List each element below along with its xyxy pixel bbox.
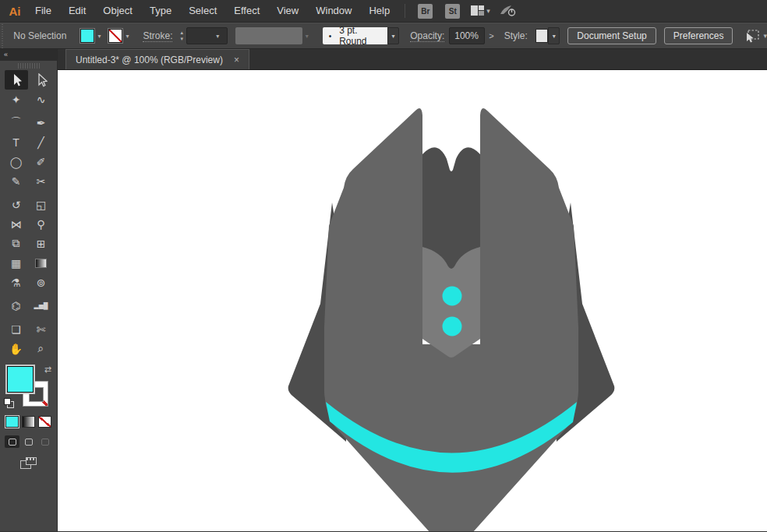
curvature-tool[interactable]: ⌒ — [5, 113, 28, 132]
arrow-glyph — [35, 73, 48, 87]
lasso-tool[interactable]: ∿ — [30, 90, 53, 109]
tools-panel: « ✦∿⌒✒T╱◯✐✎✂↺◱⋈⚲⧉⊞▦⚗⊚⌬▂▅█❏✄✋⌕ ⇄ — [0, 49, 58, 531]
menu-window[interactable]: Window — [307, 0, 360, 22]
swap-fill-stroke-icon[interactable]: ⇄ — [44, 365, 51, 375]
slice-tool[interactable]: ✄ — [30, 319, 53, 339]
eyedropper-tool[interactable]: ⚗ — [5, 273, 28, 292]
gpu-performance-icon — [500, 5, 517, 17]
pen-tool[interactable]: ✒ — [30, 113, 53, 132]
scissors-tool[interactable]: ✂ — [30, 171, 53, 191]
style-swatch[interactable] — [535, 29, 548, 43]
default-fill-stroke-icon[interactable] — [4, 398, 14, 408]
fill-chevron-icon[interactable]: ▾ — [94, 33, 104, 40]
color-mode-buttons — [0, 416, 57, 428]
fill-color-swatch[interactable] — [80, 29, 94, 43]
line-segment-tool[interactable]: ╱ — [30, 132, 53, 152]
direct-selection-tool[interactable] — [30, 70, 53, 90]
rotate-tool[interactable]: ↺ — [5, 195, 28, 214]
illustrator-logo: Ai — [3, 5, 27, 18]
artboard-tool[interactable]: ❏ — [5, 319, 28, 339]
menu-select[interactable]: Select — [180, 0, 225, 22]
artboard-canvas[interactable] — [58, 70, 767, 531]
menu-file[interactable]: File — [27, 0, 60, 22]
width-tool[interactable]: ⋈ — [5, 214, 28, 234]
draw-behind-button[interactable] — [21, 435, 36, 448]
fill-indicator[interactable] — [7, 366, 34, 393]
pencil-tool[interactable]: ✎ — [5, 171, 28, 191]
brush-chevron-button[interactable]: ▾ — [387, 27, 399, 44]
document-tab[interactable]: Untitled-3* @ 100% (RGB/Preview) × — [65, 49, 249, 69]
scale-tool[interactable]: ◱ — [30, 195, 53, 214]
menu-object[interactable]: Object — [94, 0, 141, 22]
menu-effect[interactable]: Effect — [225, 0, 268, 22]
mouse-illustration — [58, 70, 766, 531]
menu-items: FileEditObjectTypeSelectEffectViewWindow… — [27, 0, 398, 22]
opacity-label[interactable]: Opacity: — [410, 30, 444, 42]
menu-view[interactable]: View — [268, 0, 307, 22]
hand-tool[interactable]: ✋ — [5, 339, 28, 358]
tools-grid: ✦∿⌒✒T╱◯✐✎✂↺◱⋈⚲⧉⊞▦⚗⊚⌬▂▅█❏✄✋⌕ — [0, 70, 57, 358]
brush-dot-icon: • — [329, 32, 332, 41]
gradient-fill-button[interactable] — [22, 416, 35, 428]
gpu-performance-button[interactable] — [500, 5, 517, 17]
magic-wand-tool[interactable]: ✦ — [5, 90, 28, 109]
bridge-button[interactable]: Br — [418, 4, 433, 19]
style-chevron-button[interactable]: ▾ — [548, 27, 560, 44]
mesh-tool[interactable]: ▦ — [5, 253, 28, 273]
chevron-down-icon: ▾ — [763, 32, 767, 40]
brush-definition-dropdown[interactable]: • 3 pt. Round — [323, 27, 387, 44]
drawing-mode-buttons — [0, 435, 57, 448]
width-profile-chevron-icon: ▾ — [302, 33, 312, 40]
none-fill-button[interactable] — [38, 416, 51, 428]
selection-status: No Selection — [13, 30, 66, 41]
stroke-weight-field[interactable]: ▾ — [186, 27, 228, 44]
menu-edit[interactable]: Edit — [60, 0, 94, 22]
zoom-tool[interactable]: ⌕ — [30, 339, 53, 358]
stroke-weight-chevron-icon: ▾ — [213, 33, 222, 40]
brush-definition-value: 3 pt. Round — [339, 25, 381, 47]
opacity-field[interactable]: 100% — [449, 27, 485, 44]
select-similar-button[interactable]: ▾ — [744, 30, 767, 43]
tab-close-icon[interactable]: × — [234, 55, 239, 65]
opacity-arrow-icon[interactable]: > — [485, 31, 497, 41]
tools-panel-collapse[interactable]: « — [0, 49, 57, 61]
blend-tool[interactable]: ⊚ — [30, 273, 53, 292]
document-setup-button[interactable]: Document Setup — [567, 27, 656, 44]
stock-button[interactable]: St — [445, 4, 460, 19]
stroke-label[interactable]: Stroke: — [143, 30, 172, 42]
stroke-chevron-icon[interactable]: ▾ — [122, 33, 132, 40]
puppet-warp-tool[interactable]: ⚲ — [30, 214, 53, 234]
draw-normal-button[interactable] — [5, 435, 19, 448]
gradient-tool[interactable] — [30, 253, 53, 273]
document-tab-strip: Untitled-3* @ 100% (RGB/Preview) × — [58, 49, 767, 70]
arrange-documents-button[interactable]: ▾ — [471, 5, 490, 16]
shape-builder-tool[interactable]: ⧉ — [5, 234, 28, 253]
menubar-divider — [405, 4, 405, 18]
tools-panel-grip[interactable] — [0, 61, 57, 70]
screen-mode-icon — [20, 457, 37, 470]
perspective-grid-tool[interactable]: ⊞ — [30, 234, 53, 253]
draw-inside-button — [37, 435, 52, 448]
selection-tool[interactable] — [5, 70, 28, 90]
stroke-color-swatch[interactable] — [108, 29, 122, 43]
control-bar-grip[interactable] — [0, 23, 4, 48]
screen-mode-button[interactable] — [0, 457, 57, 470]
menu-type[interactable]: Type — [141, 0, 180, 22]
column-graph-tool[interactable]: ▂▅█ — [30, 296, 53, 315]
arrange-documents-icon — [471, 5, 484, 16]
document-tab-title: Untitled-3* @ 100% (RGB/Preview) — [76, 55, 223, 65]
fill-stroke-indicator: ⇄ — [0, 365, 57, 410]
symbol-sprayer-tool[interactable]: ⌬ — [5, 296, 28, 315]
chevron-down-icon: ▾ — [486, 7, 490, 15]
select-similar-icon — [744, 30, 761, 43]
ellipse-tool[interactable]: ◯ — [5, 152, 28, 171]
mouse-dpi-dot-bottom — [443, 317, 462, 336]
color-fill-button[interactable] — [5, 416, 19, 428]
paintbrush-tool[interactable]: ✐ — [30, 152, 53, 171]
stroke-weight-stepper[interactable]: ▴▾ — [177, 27, 186, 44]
type-tool[interactable]: T — [5, 132, 28, 152]
preferences-button[interactable]: Preferences — [664, 27, 733, 44]
menu-help[interactable]: Help — [360, 0, 398, 22]
control-bar: No Selection ▾ ▾ Stroke: ▴▾ ▾ ▾ • 3 pt. … — [0, 23, 767, 49]
style-label: Style: — [504, 30, 528, 41]
